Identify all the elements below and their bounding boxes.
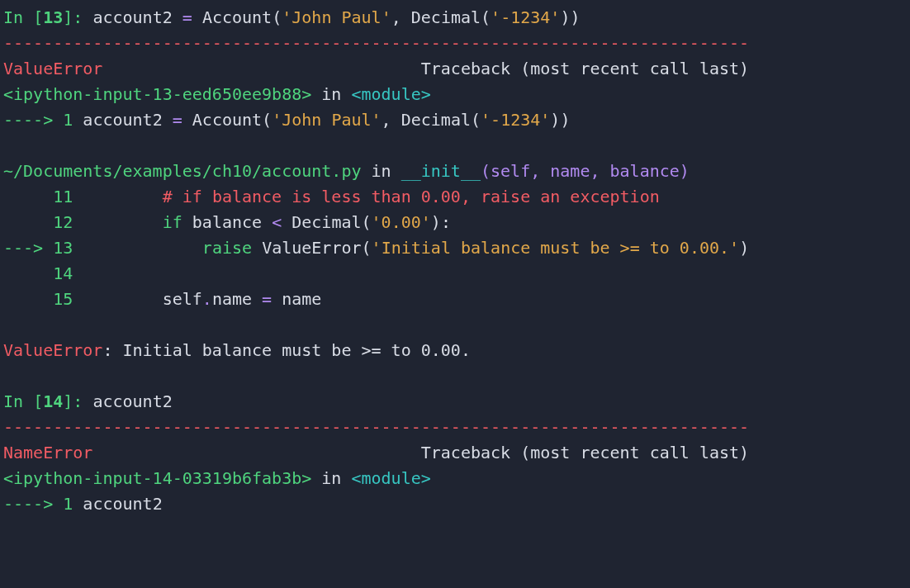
error-final-message: : Initial balance must be >= to 0.00. (102, 340, 471, 360)
traceback-arrow: ----> (3, 110, 63, 130)
ipython-terminal: In [13]: account2 = Account('John Paul',… (0, 0, 910, 522)
prompt-rbracket: ] (63, 391, 73, 411)
traceback-module: <module> (351, 84, 430, 104)
error-name: ValueError (3, 59, 102, 78)
traceback-frame-args: (self, name, balance) (481, 161, 690, 181)
prompt-number: 14 (43, 391, 63, 411)
error-name: NameError (3, 443, 92, 462)
code-call-account: Account (202, 7, 272, 27)
source-lineno: 15 (3, 289, 73, 309)
traceback-module: <module> (351, 468, 430, 488)
input-code-14[interactable]: account2 (92, 391, 172, 411)
traceback-frame-func: __init__ (401, 161, 481, 181)
prompt-rbracket: ] (63, 7, 73, 27)
exception-class: ValueError (262, 238, 361, 258)
code-string-name: 'John Paul' (282, 7, 391, 27)
traceback-source-id: <ipython-input-14-03319b6fab3b> (3, 468, 311, 488)
prompt-in-word: In (3, 391, 33, 411)
traceback-header: Traceback (most recent call last) (102, 59, 749, 78)
prompt-lbracket: [ (33, 7, 43, 27)
code-call-decimal: Decimal (411, 7, 481, 27)
traceback-source-id: <ipython-input-13-eed650ee9b88> (3, 84, 311, 104)
code-var: account2 (92, 7, 182, 27)
code-op: = (182, 7, 192, 27)
error-final-name: ValueError (3, 340, 102, 360)
traceback-arrow: ---> (3, 238, 53, 258)
source-lineno: 12 (3, 212, 73, 232)
prompt-colon: : (73, 391, 92, 411)
traceback-header: Traceback (most recent call last) (92, 443, 749, 462)
code-string-amount: '-1234' (491, 7, 560, 27)
input-code-13[interactable]: account2 = Account('John Paul', Decimal(… (92, 7, 580, 27)
keyword-raise: raise (202, 238, 252, 258)
keyword-if: if (163, 212, 182, 232)
traceback-separator: ----------------------------------------… (3, 33, 749, 53)
source-lineno: 14 (3, 263, 73, 283)
source-comment: # if balance is less than 0.00, raise an… (163, 187, 660, 206)
traceback-lineno: 1 (63, 110, 73, 130)
source-lineno: 13 (53, 238, 73, 258)
traceback-lineno: 1 (63, 494, 73, 514)
traceback-frame-path: ~/Documents/examples/ch10/account.py (3, 161, 361, 181)
prompt-in-word: In (3, 7, 33, 27)
input-prompt-14: In [14]: (3, 391, 92, 411)
exception-message-str: 'Initial balance must be >= to 0.00.' (372, 238, 740, 258)
traceback-code: account2 (83, 494, 162, 514)
prompt-lbracket: [ (33, 391, 43, 411)
traceback-separator: ----------------------------------------… (3, 417, 749, 437)
prompt-number: 13 (43, 7, 63, 27)
source-lineno: 11 (3, 187, 73, 206)
input-prompt-13: In [13]: (3, 7, 92, 27)
traceback-arrow: ----> (3, 494, 63, 514)
prompt-colon: : (73, 7, 92, 27)
